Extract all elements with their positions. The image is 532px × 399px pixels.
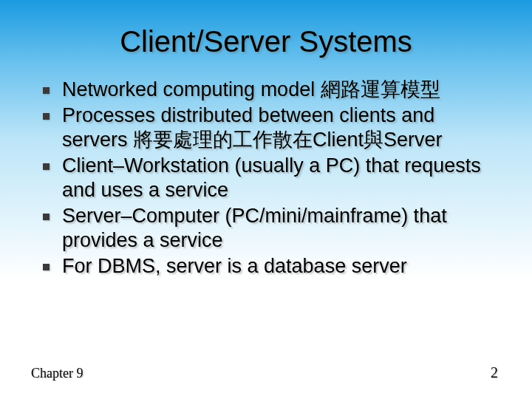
footer-chapter: Chapter 9 xyxy=(31,366,83,381)
slide-content: Networked computing model 網路運算模型 Process… xyxy=(0,66,532,279)
list-item: For DBMS, server is a database server xyxy=(37,254,502,279)
list-item: Client–Workstation (usually a PC) that r… xyxy=(37,154,502,202)
footer-page-number: 2 xyxy=(491,364,498,381)
bullet-list: Networked computing model 網路運算模型 Process… xyxy=(37,78,502,279)
slide-title: Client/Server Systems xyxy=(0,0,532,66)
list-item: Processes distributed between clients an… xyxy=(37,103,502,152)
list-item: Server–Computer (PC/mini/mainframe) that… xyxy=(37,204,502,253)
slide: Client/Server Systems Networked computin… xyxy=(0,0,532,399)
list-item: Networked computing model 網路運算模型 xyxy=(37,78,502,102)
